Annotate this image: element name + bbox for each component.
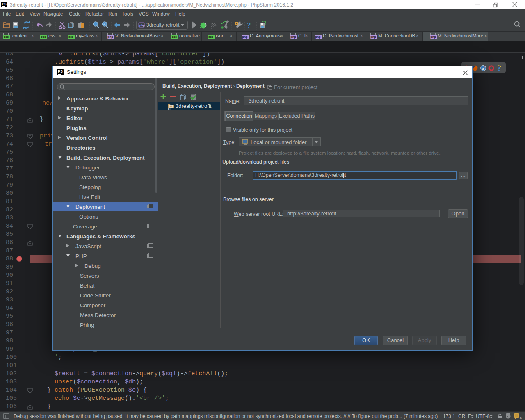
svg-text:4: 4 xyxy=(520,416,522,420)
svg-text:?: ? xyxy=(247,21,251,30)
svg-text:A: A xyxy=(103,22,106,26)
svg-text:3drealty-retrofit: 3drealty-retrofit xyxy=(146,22,180,28)
svg-text:php: php xyxy=(139,24,145,27)
